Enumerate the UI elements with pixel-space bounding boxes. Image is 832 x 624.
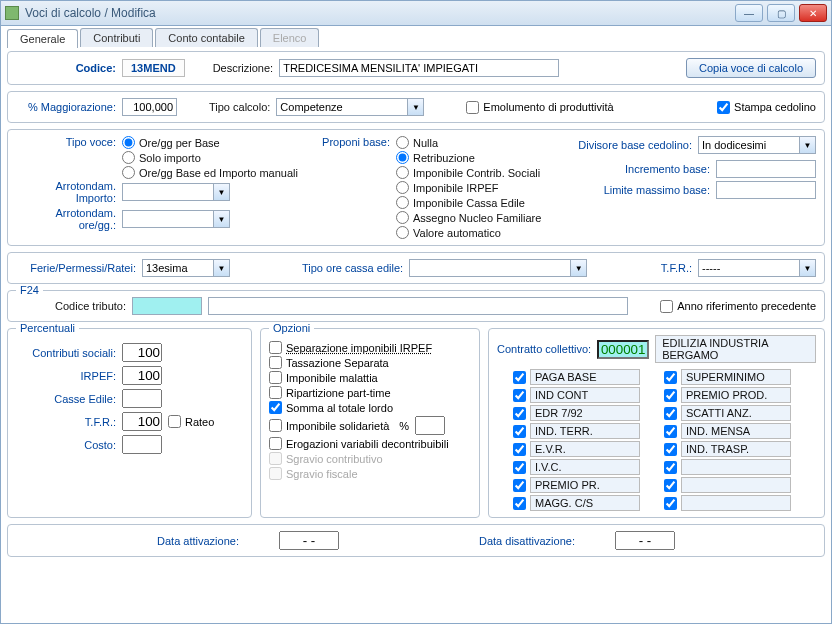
opzioni-item-6[interactable]: Erogazioni variabili decontribuibili (269, 437, 449, 450)
rateo-checkbox[interactable]: Rateo (168, 415, 214, 428)
opzioni-title: Opzioni (269, 322, 314, 334)
contratto-item: SCATTI ANZ. (664, 405, 791, 421)
data-disattivazione-label: Data disattivazione: (479, 535, 575, 547)
tipo-calcolo-combo[interactable]: ▼ (276, 98, 424, 116)
proponi-opt-0[interactable]: Nulla (396, 136, 541, 149)
descrizione-input[interactable] (279, 59, 559, 77)
contratto-item: IND. TRASP. (664, 441, 791, 457)
descrizione-label: Descrizione: (213, 62, 274, 74)
arr-importo-combo[interactable]: ▼ (122, 183, 230, 201)
data-attivazione-input[interactable] (279, 531, 339, 550)
tipo-calcolo-label: Tipo calcolo: (209, 101, 270, 113)
tipo-ore-combo[interactable]: ▼ (409, 259, 587, 277)
irpef-input[interactable] (122, 366, 162, 385)
costo-label: Costo: (16, 439, 116, 451)
proponi-base-label: Proponi base: (312, 136, 390, 148)
cs-label: Contributi sociali: (16, 347, 116, 359)
maximize-button[interactable]: ▢ (767, 4, 795, 22)
opzioni-item-7: Sgravio contributivo (269, 452, 383, 465)
ferie-combo[interactable]: ▼ (142, 259, 230, 277)
irpef-label: IRPEF: (16, 370, 116, 382)
contratto-item: E.V.R. (513, 441, 640, 457)
data-disattivazione-input[interactable] (615, 531, 675, 550)
incremento-label: Incremento base: (625, 163, 710, 175)
divisore-label: Divisore base cedolino: (578, 139, 692, 151)
tipovoce-opt-1[interactable]: Solo importo (122, 151, 298, 164)
contratto-item: IND CONT (513, 387, 640, 403)
proponi-opt-3[interactable]: Imponibile IRPEF (396, 181, 541, 194)
codice-value: 13MEND (122, 59, 185, 77)
percentuali-title: Percentuali (16, 322, 79, 334)
codice-tributo-input[interactable] (132, 297, 202, 315)
window-title: Voci di calcolo / Modifica (25, 6, 156, 20)
minimize-button[interactable]: — (735, 4, 763, 22)
tab-conto-contabile[interactable]: Conto contabile (155, 28, 257, 47)
close-button[interactable]: ✕ (799, 4, 827, 22)
tipo-voce-label: Tipo voce: (16, 136, 116, 148)
opzioni-item-4[interactable]: Somma al totale lordo (269, 401, 393, 414)
tfr-label: T.F.R.: (661, 262, 692, 274)
contratto-item: MAGG. C/S (513, 495, 640, 511)
contratto-item: PAGA BASE (513, 369, 640, 385)
contratto-item (664, 495, 791, 511)
data-attivazione-label: Data attivazione: (157, 535, 239, 547)
contratto-item: PREMIO PR. (513, 477, 640, 493)
contratto-item: IND. TERR. (513, 423, 640, 439)
emolumento-checkbox[interactable]: Emolumento di produttività (466, 101, 613, 114)
proponi-opt-2[interactable]: Imponibile Contrib. Sociali (396, 166, 541, 179)
arr-ore-label: Arrotondam. ore/gg.: (16, 207, 116, 231)
opzioni-item-2[interactable]: Imponibile malattia (269, 371, 378, 384)
tipovoce-opt-0[interactable]: Ore/gg per Base (122, 136, 298, 149)
contratto-item (664, 459, 791, 475)
anno-precedente-checkbox[interactable]: Anno riferimento precedente (660, 300, 816, 313)
copia-voce-button[interactable]: Copia voce di calcolo (686, 58, 816, 78)
perc-tfr-input[interactable] (122, 412, 162, 431)
arr-importo-label: Arrotondam. Importo: (16, 180, 116, 204)
perc-tfr-label: T.F.R.: (16, 416, 116, 428)
proponi-opt-4[interactable]: Imponibile Cassa Edile (396, 196, 541, 209)
contratto-item (664, 477, 791, 493)
casse-input[interactable] (122, 389, 162, 408)
opzioni-item-8: Sgravio fiscale (269, 467, 358, 480)
opzioni-item-3[interactable]: Ripartizione part-time (269, 386, 391, 399)
proponi-opt-6[interactable]: Valore automatico (396, 226, 541, 239)
casse-label: Casse Edile: (16, 393, 116, 405)
tab-contributi[interactable]: Contributi (80, 28, 153, 47)
contratto-label: Contratto collettivo: (497, 343, 591, 355)
app-icon (5, 6, 19, 20)
incremento-input[interactable] (716, 160, 816, 178)
maggiorazione-label: % Maggiorazione: (16, 101, 116, 113)
costo-input[interactable] (122, 435, 162, 454)
contratto-item: PREMIO PROD. (664, 387, 791, 403)
maggiorazione-input[interactable] (122, 98, 177, 116)
opzioni-item-0[interactable]: Separazione imponibili IRPEF (269, 341, 432, 354)
cs-input[interactable] (122, 343, 162, 362)
tipo-ore-label: Tipo ore cassa edile: (302, 262, 403, 274)
contratto-item: I.V.C. (513, 459, 640, 475)
codice-label: Codice: (16, 62, 116, 74)
proponi-opt-1[interactable]: Retribuzione (396, 151, 541, 164)
ferie-label: Ferie/Permessi/Ratei: (16, 262, 136, 274)
tab-elenco: Elenco (260, 28, 320, 47)
opzioni-item-5[interactable]: Imponibile solidarietà (269, 419, 389, 432)
divisore-combo[interactable]: ▼ (698, 136, 816, 154)
arr-ore-combo[interactable]: ▼ (122, 210, 230, 228)
contratto-item: SUPERMINIMO (664, 369, 791, 385)
f24-title: F24 (16, 284, 43, 296)
codice-tributo-desc[interactable] (208, 297, 628, 315)
tab-generale[interactable]: Generale (7, 29, 78, 48)
dropdown-icon[interactable]: ▼ (407, 99, 423, 115)
contratto-desc: EDILIZIA INDUSTRIA BERGAMO (655, 335, 816, 363)
opzioni-item-1[interactable]: Tassazione Separata (269, 356, 389, 369)
limite-input[interactable] (716, 181, 816, 199)
tfr-combo[interactable]: ▼ (698, 259, 816, 277)
limite-label: Limite massimo base: (604, 184, 710, 196)
tipovoce-opt-2[interactable]: Ore/gg Base ed Importo manuali (122, 166, 298, 179)
contratto-item: IND. MENSA (664, 423, 791, 439)
stampa-cedolino-checkbox[interactable]: Stampa cedolino (717, 101, 816, 114)
codice-tributo-label: Codice tributo: (16, 300, 126, 312)
contratto-code[interactable] (597, 340, 649, 359)
contratto-item: EDR 7/92 (513, 405, 640, 421)
proponi-opt-5[interactable]: Assegno Nucleo Familiare (396, 211, 541, 224)
